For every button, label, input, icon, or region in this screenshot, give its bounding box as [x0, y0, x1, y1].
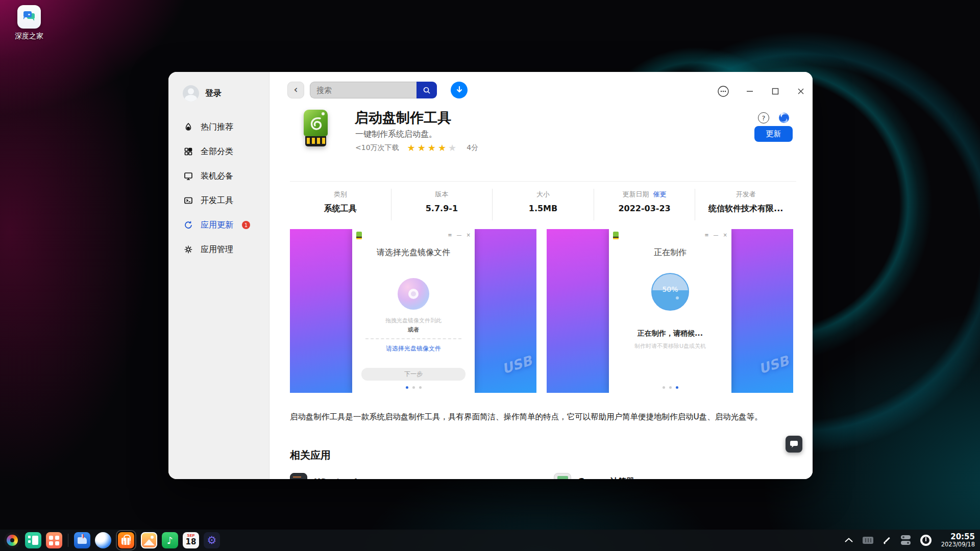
help-button[interactable]: ? [758, 112, 769, 123]
choose-image-link: 请选择光盘镜像文件 [352, 344, 475, 353]
urge-update-link[interactable]: 催更 [653, 190, 667, 198]
downloads-button[interactable] [451, 82, 468, 98]
related-apps-heading: 相关应用 [290, 448, 331, 462]
sidebar-item-essentials[interactable]: 装机必备 [168, 166, 269, 186]
download-arrow-icon [456, 86, 463, 94]
search-bar [310, 82, 437, 98]
dock-all-apps-icon[interactable] [46, 532, 62, 548]
main-panel: ‹ 启动盘制作工具 一键制作系统启动盘。 [270, 72, 813, 479]
uos-spiral-icon[interactable] [778, 112, 790, 124]
dock-multitasking-icon[interactable] [25, 532, 41, 548]
cd-disc-icon [398, 278, 429, 310]
minimize-button[interactable] [743, 84, 757, 98]
close-button[interactable] [794, 84, 808, 98]
info-category: 类别 系统工具 [290, 189, 391, 220]
sidebar-item-dev-tools[interactable]: 开发工具 [168, 190, 269, 211]
dialog-titlebar: ≡ — × [352, 229, 475, 241]
tray-keyboard-icon[interactable] [863, 537, 873, 544]
download-count: <10万次下载 [355, 143, 399, 153]
app-info-row: 类别 系统工具 版本 5.7.9-1 大小 1.5MB 更新日期催更 2022-… [290, 189, 796, 220]
info-update-date: 更新日期催更 2022-03-23 [594, 189, 695, 220]
mini-app-icon [613, 232, 619, 239]
drag-hint: 拖拽光盘镜像文件到此 [352, 317, 475, 324]
dock-browser-icon[interactable] [95, 532, 111, 548]
update-button[interactable]: 更新 [754, 126, 793, 142]
comment-icon [790, 440, 798, 448]
making-status: 正在制作，请稍候... [609, 329, 731, 338]
desktop-shortcut-deepin-home[interactable]: 深度之家 [11, 5, 47, 41]
sidebar-item-hot[interactable]: 热门推荐 [168, 117, 269, 137]
sidebar-item-manage[interactable]: 应用管理 [168, 239, 269, 260]
info-version: 版本 5.7.9-1 [391, 189, 493, 220]
taskbar-clock[interactable]: 20:55 2023/09/18 [941, 532, 975, 548]
login-button[interactable]: 登录 [168, 85, 269, 102]
dock-app-store-active[interactable] [116, 530, 136, 550]
usb-3d-decor: USB [500, 353, 534, 377]
dock-control-center-icon[interactable]: ⚙ [204, 532, 220, 548]
deepin-home-icon [17, 5, 41, 29]
dock-photos-icon[interactable] [141, 532, 157, 548]
sidebar-item-label: 应用更新 [201, 220, 233, 231]
sidebar-item-label: 热门推荐 [201, 122, 233, 133]
usb-swirl-icon [307, 114, 324, 134]
search-input[interactable] [310, 82, 416, 98]
tray-switches-icon[interactable] [901, 535, 911, 545]
sidebar-item-updates[interactable]: 应用更新 1 [168, 215, 269, 235]
related-app-gnome-calculator[interactable]: Gnome计算器 [554, 473, 634, 479]
tray-pen-icon[interactable] [883, 536, 891, 544]
more-icon [717, 85, 729, 97]
clock-time: 20:55 [941, 532, 975, 541]
search-icon [423, 86, 431, 94]
sidebar-item-categories[interactable]: 全部分类 [168, 141, 269, 162]
dock-calendar-icon[interactable]: SEP 18 [183, 532, 199, 548]
related-app-ksystemlog[interactable]: KSystemLog [290, 473, 371, 479]
star-filled-icon: ★ [418, 142, 428, 153]
dock-music-icon[interactable]: ♪ [162, 532, 178, 548]
screenshot-carousel: USB ≡ — × 请选择光盘镜像文件 拖拽光盘镜像文件到此 或者 请选择光盘镜… [290, 229, 793, 393]
star-filled-icon: ★ [407, 142, 418, 153]
sidebar-item-label: 全部分类 [201, 146, 233, 157]
back-button[interactable]: ‹ [287, 82, 304, 98]
screenshot-1[interactable]: USB ≡ — × 请选择光盘镜像文件 拖拽光盘镜像文件到此 或者 请选择光盘镜… [290, 229, 536, 393]
boot-maker-dialog-progress: ≡ — × 正在制作 50% 正在制作，请稍候... 制作时请不要移除U盘或关机 [609, 229, 731, 393]
refresh-icon [184, 220, 193, 230]
dialog-menu-icon: ≡ [704, 233, 708, 238]
sidebar-item-label: 应用管理 [201, 244, 233, 255]
dialog-close-icon: × [467, 233, 471, 238]
system-tray: 20:55 2023/09/18 [845, 532, 980, 548]
boot-maker-dialog-select: ≡ — × 请选择光盘镜像文件 拖拽光盘镜像文件到此 或者 请选择光盘镜像文件 … [352, 229, 475, 393]
progress-percent: 50% [652, 285, 688, 293]
or-text: 或者 [352, 326, 475, 334]
flame-icon [184, 122, 193, 132]
screenshot-2[interactable]: USB ≡ — × 正在制作 50% 正在制作，请稍候... [547, 229, 793, 393]
info-size: 大小 1.5MB [492, 189, 594, 220]
star-filled-icon: ★ [438, 142, 448, 153]
dashed-divider [365, 338, 461, 339]
app-title: 启动盘制作工具 [355, 109, 451, 127]
window-menu-button[interactable] [716, 84, 730, 98]
dock-app-store-icon[interactable] [118, 532, 134, 548]
shortcut-label: 深度之家 [11, 32, 47, 41]
ksystemlog-icon [290, 473, 307, 479]
maximize-button[interactable] [768, 84, 782, 98]
carousel-dots [609, 386, 731, 389]
star-filled-icon: ★ [428, 142, 438, 153]
gnome-calculator-icon [554, 473, 571, 479]
sidebar-item-label: 开发工具 [201, 195, 233, 206]
user-avatar [183, 85, 199, 102]
search-button[interactable] [416, 82, 437, 98]
login-label: 登录 [205, 88, 222, 99]
chat-bubbles-icon [21, 9, 37, 24]
app-icon-boot-maker [304, 110, 328, 146]
monitor-icon [184, 171, 193, 181]
feedback-button[interactable] [786, 436, 802, 453]
dialog-title: 正在制作 [609, 247, 731, 258]
info-developer: 开发者 统信软件技术有限... [695, 189, 796, 220]
grid-icon [184, 147, 193, 156]
tray-power-icon[interactable] [920, 535, 932, 546]
desktop: { "desktop": { "shortcut_label": "深度之家",… [0, 0, 980, 551]
dock-launcher-icon[interactable] [4, 532, 20, 548]
tray-expand-icon[interactable] [845, 538, 853, 542]
usb-3d-decor: USB [757, 353, 791, 377]
dock-file-manager-icon[interactable] [74, 532, 90, 548]
